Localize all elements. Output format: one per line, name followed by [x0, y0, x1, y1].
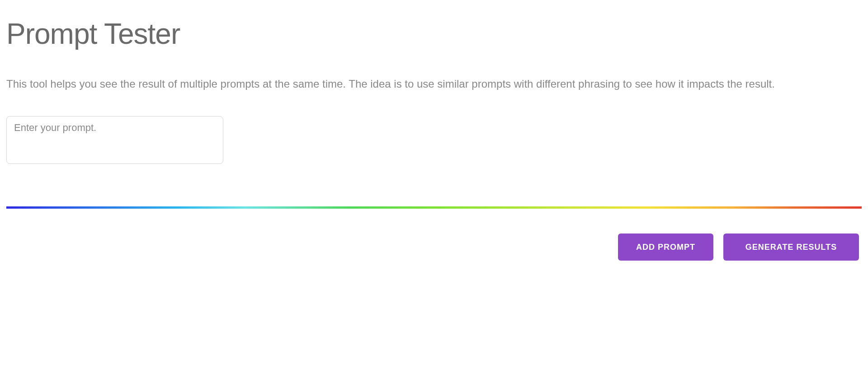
- prompt-input[interactable]: [6, 116, 223, 164]
- page-title: Prompt Tester: [6, 18, 862, 50]
- button-row: ADD PROMPT GENERATE RESULTS: [6, 234, 862, 261]
- main-container: Prompt Tester This tool helps you see th…: [0, 0, 868, 261]
- page-description: This tool helps you see the result of mu…: [6, 75, 844, 93]
- rainbow-divider: [6, 206, 862, 209]
- add-prompt-button[interactable]: ADD PROMPT: [618, 234, 713, 261]
- generate-results-button[interactable]: GENERATE RESULTS: [723, 234, 859, 261]
